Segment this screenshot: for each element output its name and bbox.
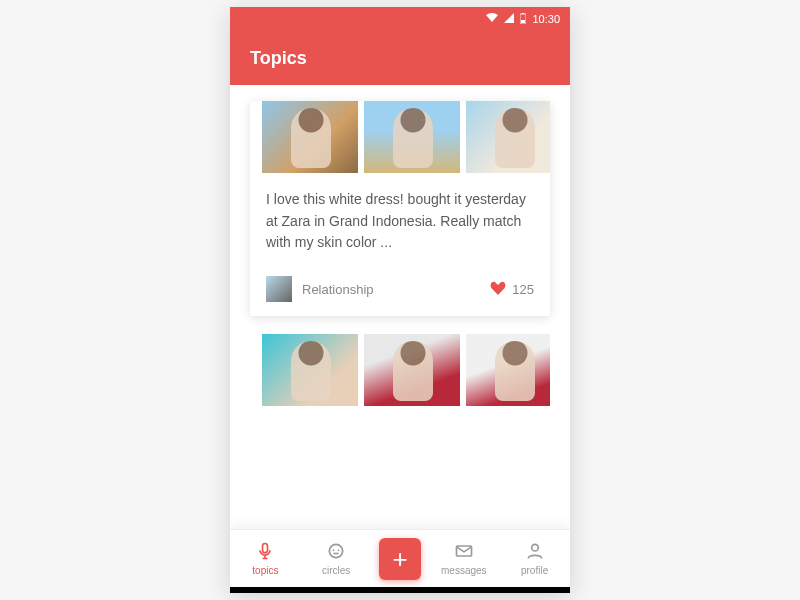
post-image[interactable]	[262, 101, 358, 173]
plus-icon: +	[392, 546, 407, 572]
post-image[interactable]	[262, 334, 358, 406]
android-nav-bar	[230, 587, 570, 593]
svg-rect-2	[522, 13, 524, 14]
category-avatar[interactable]	[266, 276, 292, 302]
post-category[interactable]: Relationship	[302, 282, 480, 297]
nav-circles[interactable]: circles	[308, 541, 364, 576]
post-card[interactable]: I love this white dress! bought it yeste…	[250, 101, 550, 316]
post-image[interactable]	[466, 101, 550, 173]
post-card[interactable]	[250, 334, 550, 406]
nav-profile[interactable]: profile	[507, 541, 563, 576]
phone-frame: 10:30 Topics I love this white dress! bo…	[230, 7, 570, 593]
status-bar: 10:30	[230, 7, 570, 31]
post-image-row	[250, 101, 550, 173]
page-title: Topics	[250, 48, 307, 69]
post-caption: I love this white dress! bought it yeste…	[250, 173, 550, 258]
svg-point-6	[338, 549, 340, 551]
post-image[interactable]	[364, 334, 460, 406]
nav-topics[interactable]: topics	[237, 541, 293, 576]
bottom-nav: topics circles + messages profile	[230, 529, 570, 587]
svg-point-5	[333, 549, 335, 551]
post-image[interactable]	[364, 101, 460, 173]
nav-label: profile	[521, 565, 548, 576]
like-count: 125	[512, 282, 534, 297]
circles-icon	[326, 541, 346, 563]
nav-label: messages	[441, 565, 487, 576]
battery-icon	[520, 13, 526, 26]
like-button[interactable]: 125	[490, 281, 534, 298]
nav-messages[interactable]: messages	[436, 541, 492, 576]
nav-label: topics	[252, 565, 278, 576]
signal-icon	[504, 13, 514, 25]
person-icon	[525, 541, 545, 563]
heart-icon	[490, 281, 506, 298]
wifi-icon	[486, 13, 498, 25]
svg-rect-3	[263, 544, 268, 553]
compose-button[interactable]: +	[379, 538, 421, 580]
mail-icon	[454, 541, 474, 563]
post-image-row	[250, 334, 550, 406]
nav-label: circles	[322, 565, 350, 576]
post-meta: Relationship 125	[250, 258, 550, 302]
svg-point-8	[531, 544, 538, 551]
feed-scroll[interactable]: I love this white dress! bought it yeste…	[230, 85, 570, 529]
status-time: 10:30	[532, 13, 560, 25]
app-bar: Topics	[230, 31, 570, 85]
mic-icon	[255, 541, 275, 563]
svg-point-4	[330, 544, 343, 557]
svg-rect-1	[521, 20, 525, 23]
post-image[interactable]	[466, 334, 550, 406]
